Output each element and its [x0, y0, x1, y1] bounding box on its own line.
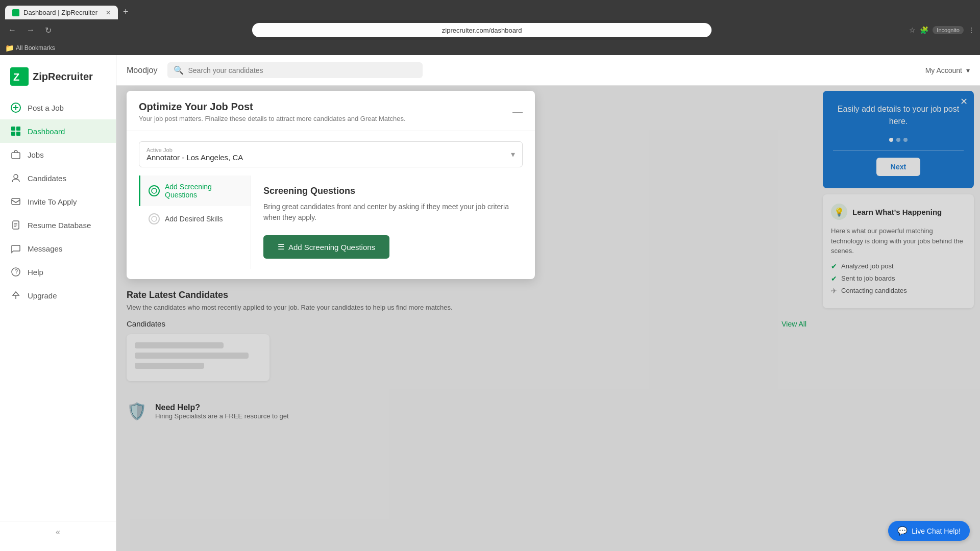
- sidebar-label-messages: Messages: [28, 244, 62, 253]
- svg-rect-7: [11, 132, 15, 136]
- content-area: Optimize Your Job Post Your job post mat…: [116, 86, 980, 551]
- extensions-icon[interactable]: 🧩: [920, 26, 928, 34]
- svg-point-20: [152, 216, 157, 221]
- my-account-label: My Account: [925, 66, 962, 74]
- folder-icon: 📁: [5, 44, 14, 52]
- steps-content: Screening Questions Bring great candidat…: [251, 176, 523, 269]
- sidebar-label-candidates: Candidates: [28, 174, 66, 183]
- active-tab[interactable]: Dashboard | ZipRecruiter ✕: [5, 6, 118, 19]
- search-bar[interactable]: 🔍: [167, 62, 423, 78]
- topbar: Moodjoy 🔍 My Account ▾: [116, 55, 980, 86]
- screening-title: Screening Questions: [263, 186, 510, 196]
- step-screening-circle: [149, 185, 160, 196]
- step-skills-label: Add Desired Skills: [165, 215, 223, 223]
- svg-rect-11: [12, 198, 20, 205]
- sidebar-item-jobs[interactable]: Jobs: [0, 143, 116, 166]
- post-job-icon: [10, 102, 21, 113]
- incognito-badge: Incognito: [933, 26, 964, 34]
- upgrade-icon: [10, 290, 21, 301]
- sidebar-item-invite[interactable]: Invite To Apply: [0, 190, 116, 213]
- sidebar-label-invite: Invite To Apply: [28, 197, 77, 206]
- sidebar-item-resume[interactable]: Resume Database: [0, 213, 116, 237]
- select-chevron-icon: ▾: [511, 149, 515, 159]
- sidebar-label-post-job: Post a Job: [28, 104, 64, 112]
- sidebar-label-upgrade: Upgrade: [28, 291, 57, 300]
- modal-subtitle: Your job post matters. Finalize these de…: [139, 115, 406, 122]
- add-screening-questions-btn[interactable]: ☰ Add Screening Questions: [263, 235, 389, 259]
- sidebar-item-help[interactable]: ? Help: [0, 260, 116, 284]
- step-skills[interactable]: Add Desired Skills: [139, 206, 251, 232]
- sidebar-item-candidates[interactable]: Candidates: [0, 166, 116, 190]
- svg-rect-6: [16, 127, 20, 131]
- sidebar-item-upgrade[interactable]: Upgrade: [0, 284, 116, 307]
- svg-rect-9: [12, 153, 20, 159]
- candidates-icon: [10, 172, 21, 184]
- sidebar: Z ZipRecruiter Post a Job: [0, 55, 116, 551]
- steps-sidebar: Add Screening Questions Add Desired Skil…: [139, 176, 251, 269]
- modal-header-text: Optimize Your Job Post Your job post mat…: [139, 101, 406, 122]
- active-job-select[interactable]: Active Job Annotator - Los Angeles, CA ▾: [139, 141, 523, 167]
- bookmarks-folder[interactable]: 📁 All Bookmarks: [5, 44, 55, 52]
- menu-btn[interactable]: ⋮: [968, 26, 975, 34]
- account-chevron-icon: ▾: [966, 66, 970, 74]
- my-account-btn[interactable]: My Account ▾: [925, 66, 970, 74]
- resume-icon: [10, 219, 21, 231]
- svg-point-10: [14, 174, 18, 179]
- search-icon: 🔍: [174, 65, 184, 75]
- logo-text: ZipRecruiter: [33, 71, 93, 83]
- address-bar[interactable]: ziprecruiter.com/dashboard: [252, 23, 712, 37]
- list-icon: ☰: [278, 242, 284, 252]
- step-skills-circle: [149, 213, 160, 224]
- help-icon: ?: [10, 266, 21, 278]
- bookmarks-bar: 📁 All Bookmarks: [0, 41, 980, 55]
- active-job-value: Annotator - Los Angeles, CA: [146, 153, 243, 162]
- modal-header: Optimize Your Job Post Your job post mat…: [127, 91, 535, 131]
- svg-text:Z: Z: [13, 71, 19, 83]
- search-input[interactable]: [188, 66, 416, 74]
- tab-close-btn[interactable]: ✕: [106, 9, 111, 16]
- screening-desc: Bring great candidates front and center …: [263, 202, 510, 223]
- live-chat-btn[interactable]: 💬 Live Chat Help!: [888, 521, 970, 541]
- svg-rect-5: [11, 127, 15, 131]
- forward-btn[interactable]: →: [23, 23, 38, 37]
- browser-actions: ☆ 🧩 Incognito ⋮: [909, 26, 975, 34]
- live-chat-label: Live Chat Help!: [912, 527, 961, 535]
- new-tab-btn[interactable]: +: [118, 5, 134, 19]
- bookmark-star-icon[interactable]: ☆: [909, 26, 916, 34]
- svg-text:?: ?: [15, 268, 18, 276]
- tab-favicon: [12, 9, 19, 16]
- sidebar-collapse-btn[interactable]: «: [0, 521, 116, 543]
- sidebar-item-messages[interactable]: Messages: [0, 237, 116, 260]
- svg-rect-8: [16, 132, 20, 136]
- app-container: Z ZipRecruiter Post a Job: [0, 55, 980, 551]
- ziprecruiter-logo-icon: Z: [10, 67, 29, 86]
- logo: Z ZipRecruiter: [0, 63, 116, 96]
- url-display: ziprecruiter.com/dashboard: [258, 27, 705, 34]
- bookmarks-label: All Bookmarks: [16, 44, 55, 52]
- back-btn[interactable]: ←: [5, 23, 19, 37]
- sidebar-label-dashboard: Dashboard: [28, 127, 65, 136]
- invite-icon: [10, 196, 21, 207]
- step-screening[interactable]: Add Screening Questions: [139, 176, 251, 206]
- sidebar-item-post-job[interactable]: Post a Job: [0, 96, 116, 119]
- reload-btn[interactable]: ↻: [42, 23, 55, 37]
- svg-point-19: [152, 188, 157, 193]
- chat-bubble-icon: 💬: [897, 526, 908, 536]
- modal-body: Active Job Annotator - Los Angeles, CA ▾: [127, 131, 535, 279]
- modal-steps: Add Screening Questions Add Desired Skil…: [139, 176, 523, 269]
- sidebar-label-jobs: Jobs: [28, 151, 44, 159]
- tab-title: Dashboard | ZipRecruiter: [23, 9, 97, 16]
- modal-minimize-btn[interactable]: —: [512, 106, 523, 118]
- sidebar-label-help: Help: [28, 268, 43, 277]
- sidebar-item-dashboard[interactable]: Dashboard: [0, 119, 116, 143]
- step-screening-label: Add Screening Questions: [165, 183, 242, 199]
- optimize-modal: Optimize Your Job Post Your job post mat…: [127, 91, 535, 279]
- address-bar-row: ← → ↻ ziprecruiter.com/dashboard ☆ 🧩 Inc…: [0, 19, 980, 41]
- tab-bar: Dashboard | ZipRecruiter ✕ +: [0, 0, 980, 19]
- active-job-info: Active Job Annotator - Los Angeles, CA: [146, 147, 243, 162]
- add-screening-btn-label: Add Screening Questions: [288, 243, 375, 252]
- modal-title: Optimize Your Job Post: [139, 101, 406, 113]
- jobs-icon: [10, 149, 21, 160]
- company-name: Moodjoy: [127, 66, 157, 75]
- active-job-label: Active Job: [146, 147, 243, 153]
